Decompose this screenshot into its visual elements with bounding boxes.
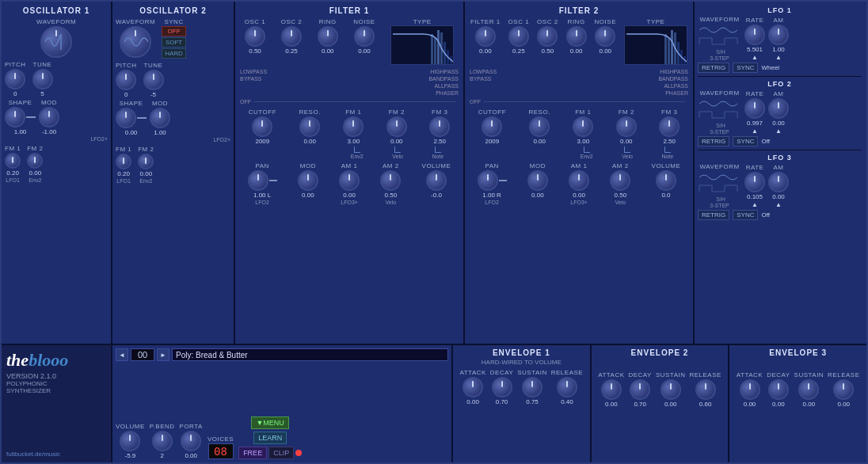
f2-cutoff-knob[interactable] [482,116,502,137]
f1-am1-value: 0.00 [343,192,356,199]
lfo1-am-knob[interactable] [768,25,789,45]
env1-release-knob[interactable] [557,377,577,397]
menu-btn[interactable]: ▼MENU [251,416,288,429]
lfo1-retrig-btn[interactable]: RETRIG [698,63,729,73]
osc1-fm1-knob[interactable] [5,153,21,169]
osc2-fm1-knob[interactable] [116,154,131,169]
f2-am1-knob[interactable] [569,170,589,191]
f1-osc1-knob[interactable] [245,26,265,47]
env1-sustain-knob[interactable] [522,377,542,397]
f2-noise-knob[interactable] [595,26,615,47]
f2-osc2-knob[interactable] [537,26,558,47]
osc2-fm1-value: 0.20 [117,170,130,177]
lfo3-rate-knob[interactable] [744,172,765,192]
osc1-shape-knob[interactable] [5,107,25,127]
osc2-tune-knob[interactable] [143,70,164,90]
f1-mod-knob[interactable] [298,170,318,191]
osc2-waveform-knob[interactable] [120,26,151,58]
env2-sustain-knob[interactable] [661,379,681,400]
f1-ring-knob[interactable] [318,26,338,47]
preset-next-btn[interactable]: ► [157,348,169,361]
osc2-fm2-knob[interactable] [138,154,154,169]
f1-fm3-knob[interactable] [429,116,450,137]
lfo1-wave-square [698,36,741,46]
f1-reso-knob[interactable] [299,116,320,137]
osc2-sync-hard[interactable]: HARD [162,48,186,59]
f1-cutoff-knob[interactable] [252,116,272,137]
f2-ring-knob[interactable] [566,26,587,47]
lfo3-wave-sine [698,173,741,182]
f2-reso-value: 0.00 [533,138,546,145]
f1-osc2-knob[interactable] [281,26,302,47]
osc1-waveform-knob[interactable] [40,26,72,58]
f1-fm1-knob[interactable] [343,116,364,137]
lfo2-rate-knob[interactable] [744,98,765,119]
f2-osc1-knob[interactable] [508,26,529,47]
clip-btn[interactable]: CLIP [268,447,294,459]
f2-fm1-knob[interactable] [573,116,593,137]
volume-knob[interactable] [120,431,140,451]
lfo3-sh-label: S/H [716,196,725,202]
f1-fm2-label: FM 2 [389,108,405,116]
env2-decay-label: DECAY [628,371,651,378]
learn-btn[interactable]: LEARN [253,432,287,444]
f2-pan-knob[interactable] [478,170,498,191]
f1-mod-value: 0.00 [302,192,314,199]
env1-attack-knob[interactable] [463,377,483,397]
f2-volume-knob[interactable] [656,170,676,191]
f2-fm3-knob[interactable] [659,116,680,137]
f1-noise-knob[interactable] [354,26,375,47]
lfo2-sync-btn[interactable]: SYNC [733,136,758,146]
lfo2-retrig-btn[interactable]: RETRIG [698,136,729,146]
f2-am2-knob[interactable] [610,170,630,191]
osc2-sync-off[interactable]: OFF [162,26,186,36]
osc2-sync-soft[interactable]: SOFT [162,37,186,48]
env1-decay-label: DECAY [490,369,513,376]
osc2-pitch-knob[interactable] [116,70,136,90]
f2-mod-knob[interactable] [527,170,548,191]
env2-attack-knob[interactable] [601,379,622,400]
f2-volume-label: VOLUME [652,162,681,169]
f1-pan-knob[interactable] [248,170,268,191]
pbend-knob[interactable] [152,431,173,451]
porta-knob[interactable] [181,431,201,451]
env3-decay-knob[interactable] [768,379,789,400]
f2-am1-src: LFO3+ [570,200,588,205]
env3-sustain-knob[interactable] [798,379,819,400]
free-btn[interactable]: FREE [238,447,267,459]
lfo3-retrig-btn[interactable]: RETRIG [698,210,729,220]
preset-name: Poly: Bread & Butter [172,348,448,361]
f1-am1-knob[interactable] [339,170,360,191]
f2-fm2-value: 0.00 [620,138,633,145]
f1-volume-knob[interactable] [426,170,447,191]
osc1-pitch-knob[interactable] [5,69,25,89]
osc1-tune-knob[interactable] [32,69,53,89]
env2-decay-knob[interactable] [630,379,650,400]
lfo2-am-knob[interactable] [768,98,789,119]
f1-fm2-knob[interactable] [386,116,407,137]
osc1-fm2-knob[interactable] [27,153,43,169]
osc2-mod-knob[interactable] [150,108,170,128]
filter2-panel: FILTER 2 FILTER 1 0.00 OSC 1 0.25 OSC 2 … [465,2,695,344]
f2-fm2-knob[interactable] [616,116,637,137]
osc2-shape-knob[interactable] [116,108,136,128]
f1-am2-knob[interactable] [380,170,401,191]
f2-reso-knob[interactable] [529,116,550,137]
lfo1-wave-sine [698,25,741,35]
f2-filter1-knob[interactable] [475,26,496,47]
synth-subtype: SYNTHESIZER [6,387,106,394]
env3-attack-knob[interactable] [740,379,760,400]
lfo3-sync-btn[interactable]: SYNC [733,210,758,220]
preset-prev-btn[interactable]: ◄ [116,348,128,361]
osc1-waveform-label: WAVEFORM [36,18,76,25]
env1-decay-knob[interactable] [492,377,512,397]
f2-am2-value: 0.50 [615,192,627,199]
lfo1-sync-btn[interactable]: SYNC [733,63,758,73]
env2-release-knob[interactable] [695,379,716,400]
osc1-shape-value: 1.00 [14,128,27,135]
f2-fm2-src: Env2 [581,154,593,159]
env3-release-knob[interactable] [833,379,854,400]
osc1-mod-knob[interactable] [39,107,59,127]
lfo1-rate-knob[interactable] [744,25,765,45]
lfo3-am-knob[interactable] [768,172,789,192]
